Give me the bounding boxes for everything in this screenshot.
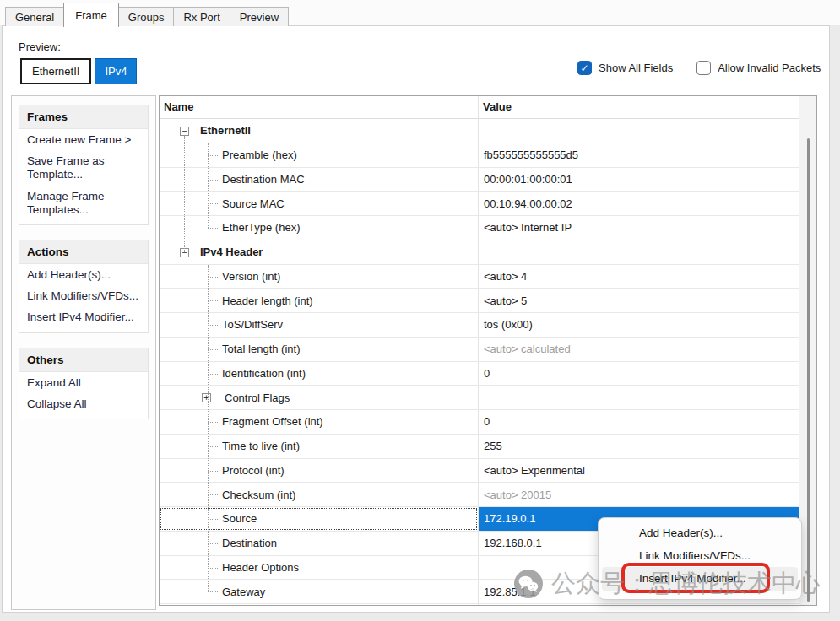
tab-groups[interactable]: Groups	[118, 7, 175, 26]
sidebar-item-add-header-s[interactable]: Add Header(s)...	[19, 264, 148, 285]
row-name-label: Protocol (int)	[222, 464, 285, 477]
tree-connector	[208, 568, 219, 569]
row-value-cell[interactable]: <auto> calculated	[479, 338, 799, 361]
collapse-expander-icon[interactable]: −	[180, 127, 189, 136]
row-name-label: Identification (int)	[222, 367, 306, 380]
sidebar-item-link-modifiers-vfds[interactable]: Link Modifiers/VFDs...	[19, 285, 148, 306]
row-name-label: Preamble (hex)	[222, 148, 297, 161]
row-name-label: Time to live (int)	[222, 440, 300, 452]
row-value-cell[interactable]: tos (0x00)	[479, 313, 799, 337]
preview-label: Preview:	[19, 40, 61, 53]
table-row[interactable]: +Control Flags	[160, 386, 799, 410]
row-value-cell[interactable]: <auto> 20015	[479, 483, 799, 506]
row-name-label: Header Options	[222, 561, 299, 574]
spacer	[19, 328, 148, 332]
table-row[interactable]: Destination MAC00:00:01:00:00:01	[160, 168, 799, 192]
checkbox-unchecked-icon[interactable]	[696, 61, 711, 75]
tree-connector	[208, 543, 219, 544]
row-value-cell[interactable]: <auto> Internet IP	[479, 216, 799, 240]
table-row[interactable]: Identification (int)0	[160, 362, 799, 386]
tab-frame[interactable]: Frame	[63, 3, 119, 27]
checkbox-label: Show All Fields	[599, 62, 673, 74]
row-name-cell[interactable]: −EthernetII	[160, 119, 478, 143]
tab-general[interactable]: General	[5, 7, 64, 26]
checkbox-allow-invalid-packets[interactable]: Allow Invalid Packets	[696, 61, 821, 75]
sidebar-section-title: Frames	[19, 105, 148, 129]
tree-connector	[208, 300, 219, 301]
table-header: Name Value	[160, 96, 799, 119]
row-name-label: IPv4 Header	[200, 246, 263, 258]
tab-bar: GeneralFrameGroupsRx PortPreview	[5, 0, 288, 26]
frame-layer-ethernetii-button[interactable]: EthernetII	[20, 58, 91, 84]
tree-connector	[208, 422, 219, 423]
context-menu: Add Header(s)...Link Modifiers/VFDs...In…	[598, 517, 802, 600]
row-value-cell[interactable]	[479, 119, 799, 143]
row-value-cell[interactable]: 0	[479, 410, 799, 434]
frame-layer-ipv4-button[interactable]: IPv4	[95, 58, 137, 84]
table-row[interactable]: Fragment Offset (int)0	[160, 410, 799, 435]
row-value-cell[interactable]	[479, 386, 799, 409]
table-row[interactable]: ToS/DiffServtos (0x00)	[160, 313, 799, 338]
tree-connector	[208, 471, 219, 472]
scrollbar-thumb[interactable]	[807, 138, 810, 602]
row-name-label: ToS/DiffServ	[222, 318, 283, 331]
row-value-cell[interactable]: <auto> 5	[479, 289, 799, 312]
row-name-label: Destination	[222, 537, 277, 549]
menu-item-insert-ipv4-modifier[interactable]: Insert IPv4 Modifier...	[602, 567, 798, 591]
table-row[interactable]: Source MAC00:10:94:00:00:02	[160, 192, 799, 216]
sidebar-item-expand-all[interactable]: Expand All	[19, 372, 148, 393]
tree-connector	[208, 277, 219, 278]
tree-connector	[208, 494, 219, 495]
row-value-cell[interactable]: 255	[479, 435, 799, 458]
tree-vertical-line	[208, 265, 209, 592]
tree-connector	[208, 325, 219, 326]
table-row[interactable]: −EthernetII	[160, 119, 799, 143]
row-value-cell[interactable]: 00:00:01:00:00:01	[479, 168, 799, 192]
table-row[interactable]: Version (int)<auto> 4	[160, 265, 799, 289]
table-row[interactable]: Preamble (hex)fb555555555555d5	[160, 143, 799, 168]
sidebar-item-save-frame-as-template[interactable]: Save Frame as Template...	[19, 150, 148, 185]
menu-item-link-modifiers-vfds[interactable]: Link Modifiers/VFDs...	[602, 544, 798, 568]
expand-expander-icon[interactable]: +	[202, 393, 211, 402]
table-row[interactable]: EtherType (hex)<auto> Internet IP	[160, 216, 799, 240]
row-value-cell[interactable]: <auto> 4	[479, 265, 799, 289]
tree-vertical-line	[208, 143, 209, 229]
sidebar-item-create-new-frame[interactable]: Create new Frame >	[19, 129, 148, 150]
table-row[interactable]: Header length (int)<auto> 5	[160, 289, 799, 313]
tree-connector	[208, 155, 219, 156]
row-value-cell[interactable]: fb555555555555d5	[479, 143, 799, 167]
tree-connector	[208, 374, 219, 375]
checkbox-checked-icon[interactable]: ✓	[577, 61, 592, 75]
sidebar-item-manage-frame-templates[interactable]: Manage Frame Templates...	[19, 186, 148, 220]
row-value-cell[interactable]: 00:10:94:00:00:02	[479, 192, 799, 215]
table-row[interactable]: Protocol (int)<auto> Experimental	[160, 459, 799, 483]
row-name-label: Source MAC	[222, 197, 285, 210]
row-name-label: Header length (int)	[222, 294, 313, 307]
checkbox-show-all-fields[interactable]: ✓Show All Fields	[577, 61, 673, 75]
tree-connector	[208, 349, 219, 350]
row-value-cell[interactable]	[479, 240, 799, 264]
row-name-label: Fragment Offset (int)	[222, 415, 323, 428]
column-header-value: Value	[483, 100, 512, 113]
sidebar-section-actions: ActionsAdd Header(s)...Link Modifiers/VF…	[19, 240, 149, 333]
table-row[interactable]: Total length (int)<auto> calculated	[160, 338, 799, 362]
row-name-cell[interactable]: −IPv4 Header	[160, 240, 478, 264]
menu-item-add-header-s[interactable]: Add Header(s)...	[602, 521, 798, 545]
sidebar-item-insert-ipv4-modifier[interactable]: Insert IPv4 Modifier...	[19, 306, 148, 327]
row-value-cell[interactable]: <auto> Experimental	[479, 459, 799, 483]
sidebar: FramesCreate new Frame >Save Frame as Te…	[11, 95, 156, 610]
table-row[interactable]: Checksum (int)<auto> 20015	[160, 483, 799, 507]
tree-connector	[208, 180, 219, 181]
tab-preview[interactable]: Preview	[230, 7, 289, 26]
sidebar-section-title: Others	[19, 348, 148, 372]
row-name-label: Version (int)	[222, 270, 280, 283]
tree-connector	[208, 446, 219, 447]
tab-rx-port[interactable]: Rx Port	[173, 7, 230, 26]
checkbox-label: Allow Invalid Packets	[718, 62, 821, 74]
sidebar-item-collapse-all[interactable]: Collapse All	[19, 393, 148, 414]
sidebar-section-title: Actions	[19, 240, 148, 264]
tree-connector	[208, 203, 219, 204]
table-row[interactable]: Time to live (int)255	[160, 435, 799, 459]
row-value-cell[interactable]: 0	[479, 362, 799, 386]
table-row[interactable]: −IPv4 Header	[160, 240, 799, 265]
